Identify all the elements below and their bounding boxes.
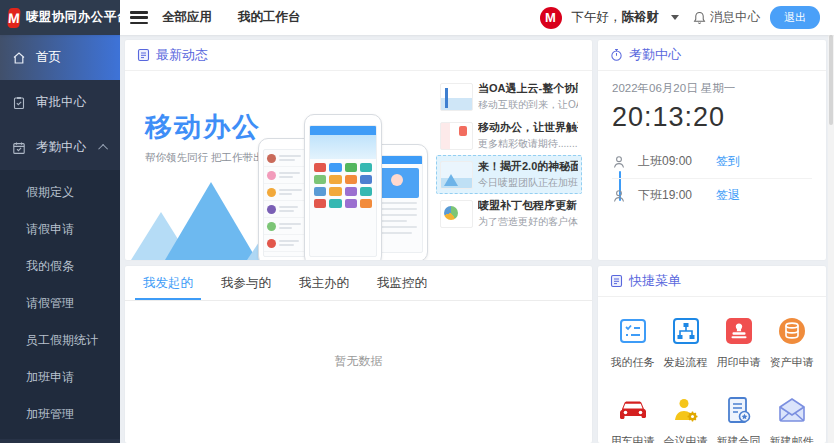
- news-item-highlighted[interactable]: 来！揭开2.0的神秘面纱- 今日唛盟团队正在加班加点，: [436, 155, 582, 194]
- news-desc: 更多精彩敬请期待.......: [478, 137, 578, 151]
- nav-all-apps[interactable]: 全部应用: [162, 9, 212, 26]
- sidebar-item-approval-center[interactable]: 审批中心: [0, 80, 120, 125]
- news-banner[interactable]: 移动办公 帮你领先同行 把工作带出办公室: [129, 77, 432, 260]
- quick-item-meeting-request[interactable]: 会议申请: [659, 394, 712, 443]
- nav-my-workspace[interactable]: 我的工作台: [238, 9, 301, 26]
- user-name: 陈裕财: [622, 10, 660, 24]
- logout-button[interactable]: 退出: [770, 6, 820, 29]
- attendance-body: 2022年06月20日 星期一 20:13:20 上班09:00 签到 下班19…: [598, 71, 826, 212]
- quick-item-label: 新建邮件: [765, 434, 818, 443]
- mountain-shape: [165, 182, 257, 260]
- attendance-panel: 考勤中心 2022年06月20日 星期一 20:13:20 上班09:00 签到: [598, 40, 826, 260]
- stopwatch-icon: [610, 48, 623, 62]
- clock-in-label: 上班09:00: [638, 153, 716, 170]
- banner-headline: 移动办公: [145, 109, 261, 145]
- asset-icon: [777, 316, 807, 346]
- quick-item-my-tasks[interactable]: 我的任务: [606, 315, 659, 370]
- greeting-prefix: 下午好，: [572, 10, 622, 24]
- news-thumbnail: [440, 161, 473, 189]
- news-thumbnail: [440, 122, 473, 150]
- quick-menu-header: 快捷菜单: [598, 266, 826, 297]
- quick-item-new-mail[interactable]: 新建邮件: [765, 394, 818, 443]
- chevron-up-icon: [98, 144, 108, 154]
- quick-item-asset-request[interactable]: 资产申请: [765, 315, 818, 370]
- chevron-down-icon[interactable]: [671, 15, 679, 20]
- stamp-icon: [724, 316, 754, 346]
- tab-monitored-by-me[interactable]: 我监控的: [363, 266, 441, 300]
- user-avatar[interactable]: M: [540, 7, 562, 29]
- tasks-tabs: 我发起的 我参与的 我主办的 我监控的: [125, 266, 592, 301]
- main-content: 最新动态 移动办公 帮你领先同行 把工作带出办公室: [120, 35, 834, 443]
- logo-icon: M: [7, 8, 20, 28]
- meeting-icon: [671, 395, 701, 425]
- news-item[interactable]: 移动办公，让世界触手可 更多精彩敬请期待.......: [436, 116, 582, 155]
- phone-mockup-apps: [304, 114, 382, 260]
- phone-mockups: [258, 96, 428, 260]
- header-right: M 下午好，陈裕财 消息中心 退出: [540, 6, 834, 29]
- task-list-icon: [618, 316, 648, 346]
- flow-icon: [671, 316, 701, 346]
- message-center-button[interactable]: 消息中心: [693, 9, 760, 26]
- hamburger-menu-icon[interactable]: [130, 11, 148, 24]
- top-header: M 唛盟协同办公平台 全部应用 我的工作台 M 下午好，陈裕财 消息中心 退出: [0, 0, 834, 35]
- quick-item-seal-request[interactable]: 用印申请: [712, 315, 765, 370]
- sidebar-subitem-leave-request[interactable]: 请假申请: [0, 211, 120, 248]
- clipboard-icon: [12, 96, 26, 110]
- sidebar-item-attendance-center[interactable]: 考勤中心: [0, 125, 120, 170]
- news-desc: 今日唛盟团队正在加班加点，: [478, 176, 578, 190]
- sidebar-subitem-holiday-definition[interactable]: 假期定义: [0, 174, 120, 211]
- clock-in-link[interactable]: 签到: [716, 153, 740, 170]
- news-item[interactable]: 当OA遇上云-整个协同OA 移动互联的到来，让OA与云: [436, 77, 582, 116]
- top-nav: 全部应用 我的工作台: [162, 9, 301, 26]
- clock-out-label: 下班19:00: [638, 187, 716, 204]
- quick-menu-grid: 我的任务 发起流程 用印申请 资产申请: [598, 297, 826, 443]
- quick-item-label: 会议申请: [659, 434, 712, 443]
- tab-hosted-by-me[interactable]: 我主办的: [285, 266, 363, 300]
- quick-item-new-contract[interactable]: 新建合同: [712, 394, 765, 443]
- news-title: 当OA遇上云-整个协同OA: [478, 81, 578, 96]
- sidebar-subitem-overtime-management[interactable]: 加班管理: [0, 396, 120, 433]
- quick-item-label: 资产申请: [765, 355, 818, 370]
- latest-news-panel: 最新动态 移动办公 帮你领先同行 把工作带出办公室: [125, 40, 592, 260]
- tasks-panel: 我发起的 我参与的 我主办的 我监控的 暂无数据: [125, 266, 592, 443]
- quick-item-label: 发起流程: [659, 355, 712, 370]
- page-scrollbar[interactable]: [828, 35, 834, 443]
- attendance-date: 2022年06月20日 星期一: [612, 81, 812, 96]
- attendance-row-clock-out: 下班19:00 签退: [612, 178, 812, 212]
- clock-out-link[interactable]: 签退: [716, 187, 740, 204]
- news-list: 当OA遇上云-整个协同OA 移动互联的到来，让OA与云 移动办公，让世界触手可 …: [432, 77, 584, 260]
- app-title: 唛盟协同办公平台: [26, 9, 130, 26]
- sidebar-item-label: 考勤中心: [36, 139, 86, 156]
- scrollbar-thumb[interactable]: [829, 35, 833, 125]
- sidebar-subitem-leave-management[interactable]: 请假管理: [0, 285, 120, 322]
- logo-block: M 唛盟协同办公平台: [0, 0, 120, 35]
- sidebar-item-label: 审批中心: [36, 94, 86, 111]
- sidebar-subitem-my-leave-slips[interactable]: 我的假条: [0, 248, 120, 285]
- right-column: 考勤中心 2022年06月20日 星期一 20:13:20 上班09:00 签到: [598, 40, 826, 443]
- sidebar-subitem-overtime-request[interactable]: 加班申请: [0, 359, 120, 396]
- quick-item-start-flow[interactable]: 发起流程: [659, 315, 712, 370]
- news-title: 唛盟补丁包程序更新: [478, 198, 578, 213]
- news-item[interactable]: 唛盟补丁包程序更新 为了营造更好的客户体验，唛: [436, 194, 582, 233]
- quick-item-vehicle-request[interactable]: 用车申请: [606, 394, 659, 443]
- attendance-submenu: 假期定义 请假申请 我的假条 请假管理 员工假期统计 加班申请 加班管理: [0, 170, 120, 439]
- news-panel-title: 最新动态: [156, 46, 208, 64]
- left-column: 最新动态 移动办公 帮你领先同行 把工作带出办公室: [125, 40, 592, 443]
- user-greeting[interactable]: 下午好，陈裕财: [572, 9, 660, 26]
- quick-item-label: 用印申请: [712, 355, 765, 370]
- sidebar-item-label: 首页: [36, 49, 61, 66]
- attendance-timeline: 上班09:00 签到 下班19:00 签退: [612, 145, 812, 212]
- quick-item-label: 新建合同: [712, 434, 765, 443]
- tab-initiated-by-me[interactable]: 我发起的: [129, 266, 207, 300]
- bell-icon: [693, 11, 706, 25]
- document-icon: [610, 274, 623, 288]
- attendance-panel-header: 考勤中心: [598, 40, 826, 71]
- tab-participated-by-me[interactable]: 我参与的: [207, 266, 285, 300]
- car-icon: [617, 395, 649, 425]
- mail-icon: [776, 395, 808, 425]
- quick-item-label: 用车申请: [606, 434, 659, 443]
- sidebar-subitem-employee-holiday-stats[interactable]: 员工假期统计: [0, 322, 120, 359]
- quick-menu-panel: 快捷菜单 我的任务 发起流程 用印申请: [598, 266, 826, 443]
- sidebar-item-home[interactable]: 首页: [0, 35, 120, 80]
- news-desc: 为了营造更好的客户体验，唛: [478, 215, 578, 229]
